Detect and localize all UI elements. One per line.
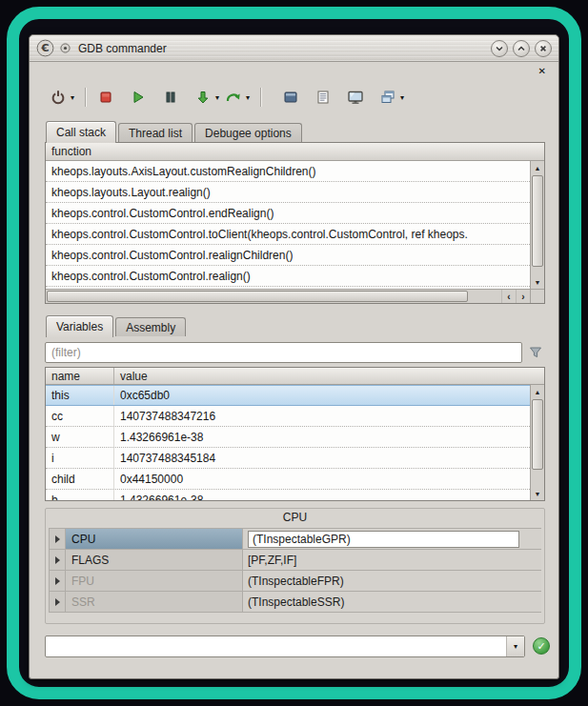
- expander-icon[interactable]: [50, 592, 66, 612]
- call-stack-list: kheops.layouts.AxisLayout.customRealignC…: [46, 161, 530, 289]
- arrow-down-icon: [195, 90, 211, 105]
- filter-options-button[interactable]: [526, 343, 545, 362]
- filter-input[interactable]: [45, 342, 522, 363]
- maximize-button[interactable]: [513, 40, 530, 57]
- send-command-button[interactable]: ✓: [533, 637, 550, 655]
- inspect-pages-tabs: Variables Assembly: [46, 314, 188, 336]
- watch-window-button[interactable]: [279, 85, 302, 110]
- power-button[interactable]: [47, 85, 70, 110]
- pause-button[interactable]: [159, 85, 182, 110]
- step-over-button[interactable]: [222, 85, 245, 110]
- dock-close-button[interactable]: ✕: [538, 67, 546, 76]
- expander-icon[interactable]: [50, 550, 66, 570]
- gdb-commander-window: C GDB commander ✕: [29, 34, 559, 679]
- chevron-down-icon: ▾: [514, 642, 517, 651]
- scroll-right-arrow[interactable]: ›: [516, 290, 530, 303]
- gdb-command-combobox[interactable]: ▾: [45, 635, 525, 657]
- call-stack-panel: function kheops.layouts.AxisLayout.custo…: [45, 142, 545, 304]
- call-stack-row[interactable]: kheops.layouts.AxisLayout.customRealignC…: [46, 161, 530, 182]
- cpu-view-button[interactable]: [344, 85, 367, 110]
- command-input[interactable]: [46, 636, 506, 656]
- variable-row[interactable]: child 0x44150000: [46, 469, 530, 490]
- cpu-inspector-grid: CPU (TInspectableGPR) FLAGS [PF,ZF,IF] F…: [49, 528, 541, 613]
- cascade-windows-icon: [380, 90, 395, 105]
- cpu-group-box: CPU CPU (TInspectableGPR) FLAGS [PF,ZF,I…: [45, 508, 545, 624]
- app-icon: C: [36, 39, 54, 57]
- titlebar-buttons: [491, 40, 552, 57]
- list-document-icon: [315, 90, 331, 105]
- pause-icon: [163, 90, 178, 105]
- call-stack-row[interactable]: kheops.control.CustomControl.endRealign(…: [46, 203, 530, 224]
- vertical-scrollbar[interactable]: ▲ ▼: [530, 161, 544, 289]
- scroll-up-arrow[interactable]: ▲: [531, 385, 544, 398]
- expander-icon[interactable]: [50, 571, 66, 591]
- check-icon: ✓: [537, 640, 545, 653]
- close-button[interactable]: [535, 40, 552, 57]
- step-over-menu-caret[interactable]: ▾: [246, 94, 250, 102]
- dark-window-icon: [283, 90, 298, 105]
- scroll-left-arrow[interactable]: ‹: [501, 290, 516, 303]
- scrollbar-thumb[interactable]: [532, 399, 543, 470]
- call-stack-row[interactable]: kheops.control.CustomControl.realign(): [46, 266, 530, 287]
- scroll-up-arrow[interactable]: ▲: [531, 161, 544, 174]
- minimize-button[interactable]: [491, 40, 508, 57]
- variables-header: name value: [46, 368, 544, 385]
- variables-list: this 0xc65db0 cc 140737488347216 w 1.432…: [46, 385, 530, 500]
- call-stack-row[interactable]: kheops.control.CustomControl.toClient(kh…: [46, 224, 530, 245]
- tab-debugee-options[interactable]: Debugee options: [194, 123, 302, 142]
- tab-assembly[interactable]: Assembly: [115, 317, 186, 336]
- toolbar-separator: [260, 88, 262, 107]
- scrollbar-thumb[interactable]: [47, 291, 468, 302]
- messages-button[interactable]: [312, 85, 335, 110]
- chevron-up-icon: [517, 44, 526, 53]
- windows-button[interactable]: [376, 85, 399, 110]
- cpu-row[interactable]: FLAGS [PF,ZF,IF]: [50, 550, 541, 571]
- cpu-value-editor[interactable]: (TInspectableGPR): [248, 531, 519, 548]
- scroll-down-arrow[interactable]: ▼: [531, 487, 544, 500]
- scroll-down-arrow[interactable]: ▼: [531, 275, 544, 289]
- column-header-name[interactable]: name: [46, 368, 114, 384]
- scrollbar-thumb[interactable]: [532, 175, 543, 267]
- variable-row[interactable]: w 1.43266961e-38: [46, 427, 530, 448]
- variable-row[interactable]: cc 140737488347216: [46, 406, 530, 427]
- call-stack-row[interactable]: kheops.layouts.Layout.realign(): [46, 182, 530, 203]
- cpu-row[interactable]: CPU (TInspectableGPR): [50, 529, 541, 550]
- column-header-function[interactable]: function: [46, 143, 97, 160]
- cpu-row[interactable]: SSR (TInspectableSSR): [50, 592, 541, 613]
- filter-icon: [528, 345, 543, 360]
- power-icon: [51, 90, 66, 105]
- step-into-button[interactable]: [192, 85, 214, 110]
- debug-toolbar: ▾ ▾: [47, 83, 407, 111]
- toolbar-separator: [85, 88, 87, 107]
- debug-pages-tabs: Call stack Thread list Debugee options: [46, 120, 304, 142]
- cpu-group-title: CPU: [46, 509, 544, 526]
- vertical-scrollbar[interactable]: ▲ ▼: [530, 385, 544, 500]
- cpu-row[interactable]: FPU (TInspectableFPR): [50, 571, 541, 592]
- column-header-value[interactable]: value: [114, 368, 153, 384]
- run-button[interactable]: [127, 85, 150, 110]
- chevron-down-icon: [495, 44, 504, 53]
- windows-menu-caret[interactable]: ▾: [400, 94, 404, 102]
- horizontal-scrollbar[interactable]: ‹ ›: [46, 289, 530, 303]
- tab-variables[interactable]: Variables: [46, 315, 113, 337]
- scrollbar-corner: [530, 289, 544, 303]
- variable-row[interactable]: b 1.43266961e-38: [46, 490, 530, 500]
- expander-icon[interactable]: [50, 529, 66, 549]
- call-stack-header: function: [46, 143, 544, 161]
- step-into-menu-caret[interactable]: ▾: [215, 94, 219, 102]
- svg-text:C: C: [41, 42, 49, 54]
- tab-thread-list[interactable]: Thread list: [118, 123, 193, 142]
- window-title: GDB commander: [78, 42, 167, 55]
- stop-icon: [98, 90, 113, 105]
- titlebar[interactable]: C GDB commander: [30, 35, 558, 62]
- combo-dropdown-button[interactable]: ▾: [506, 636, 524, 656]
- app-subicon: [60, 43, 71, 53]
- play-icon: [131, 90, 146, 105]
- call-stack-row[interactable]: kheops.control.CustomControl.realignChil…: [46, 245, 530, 266]
- tab-call-stack[interactable]: Call stack: [46, 121, 116, 143]
- variable-row[interactable]: i 140737488345184: [46, 448, 530, 469]
- stop-button[interactable]: [94, 85, 117, 110]
- monitor-icon: [347, 90, 364, 105]
- power-menu-caret[interactable]: ▾: [71, 94, 74, 102]
- variable-row[interactable]: this 0xc65db0: [46, 385, 530, 406]
